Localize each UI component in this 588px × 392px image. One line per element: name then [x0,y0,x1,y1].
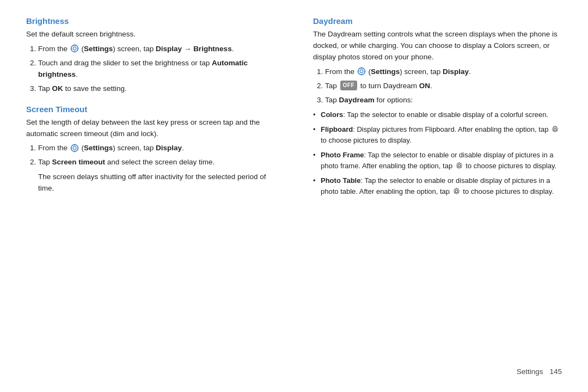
page-container: Brightness Set the default screen bright… [0,0,588,392]
brightness-step-2: Touch and drag the slider to set the bri… [38,58,275,81]
screen-timeout-steps: From the [26,143,275,168]
content-columns: Brightness Set the default screen bright… [26,16,562,362]
bullet-flipboard: Flipboard: Display pictures from Flipboa… [313,124,562,145]
display-label-1: Display [156,45,182,53]
display-label-3: Display [443,68,469,76]
daydream-steps: From the [313,66,562,106]
colors-text: : Tap the selector to enable or disable … [343,111,548,119]
gear-icon-2 [455,162,463,170]
settings-icon-3 [357,67,366,76]
bullet-photo-frame: Photo Frame: Tap the selector to enable … [313,150,562,171]
footer-page-number: 145 [549,367,562,376]
svg-point-1 [73,47,76,51]
settings-label-2: Settings [84,144,113,152]
left-column: Brightness Set the default screen bright… [26,16,286,362]
screen-timeout-section: Screen Timeout Set the length of delay b… [26,105,275,195]
svg-point-13 [360,70,363,73]
daydream-step-1: From the [325,66,562,78]
gear-icon-3 [452,187,461,195]
screen-timeout-label: Screen timeout [52,158,106,166]
daydream-options-label: Daydream [339,96,375,104]
on-label: ON [419,82,430,90]
screen-timeout-title: Screen Timeout [26,105,275,114]
svg-point-7 [73,146,76,150]
gear-icon-1 [551,125,559,133]
auto-brightness-label: Automatic brightness [38,59,248,78]
brightness-step-1: From the [38,44,275,55]
brightness-title: Brightness [26,16,275,26]
flipboard-text-2: to choose pictures to display. [321,136,412,144]
brightness-section: Brightness Set the default screen bright… [26,16,275,95]
page-footer: Settings 145 [26,362,562,376]
screen-timeout-step-2: Tap Screen timeout and select the screen… [38,157,275,168]
settings-icon-2 [70,144,79,152]
svg-point-19 [458,164,461,167]
daydream-bullets: Colors: Tap the selector to enable or di… [313,109,562,197]
off-badge: OFF [340,81,358,90]
daydream-intro: The Daydream setting controls what the s… [313,29,562,63]
screen-timeout-body: Set the length of delay between the last… [26,117,275,195]
daydream-step-3: Tap Daydream for options: [325,95,562,106]
daydream-title: Daydream [313,16,562,26]
svg-point-20 [455,190,458,193]
ok-label: OK [52,84,63,93]
flipboard-term: Flipboard [321,125,353,133]
daydream-body: The Daydream setting controls what the s… [313,29,562,197]
svg-point-0 [71,45,78,52]
screen-timeout-note: The screen delays shutting off after ina… [38,171,275,194]
daydream-section: Daydream The Daydream setting controls w… [313,16,562,197]
photo-frame-term: Photo Frame [321,151,364,159]
settings-icon-1 [70,44,79,53]
photo-frame-text-2: to choose pictures to display. [465,162,556,170]
bullet-photo-table: Photo Table: Tap the selector to enable … [313,175,562,197]
brightness-step-3: Tap OK to save the setting. [38,83,275,95]
colors-term: Colors [321,111,343,119]
display-label-2: Display [156,144,182,152]
svg-point-6 [71,144,78,151]
svg-point-18 [554,128,556,131]
bullet-colors: Colors: Tap the selector to enable or di… [313,109,562,120]
brightness-intro: Set the default screen brightness. [26,29,275,40]
brightness-body: Set the default screen brightness. From … [26,29,275,95]
brightness-label: Brightness [193,45,232,53]
daydream-step-2: Tap OFF to turn Daydream ON. [325,81,562,92]
svg-point-12 [358,68,365,75]
screen-timeout-intro: Set the length of delay between the last… [26,117,275,140]
photo-table-term: Photo Table [321,176,360,185]
settings-label-3: Settings [371,68,400,76]
footer-settings-label: Settings [517,367,543,376]
flipboard-text: : Display pictures from Flipboard. After… [353,125,550,133]
settings-label-1: Settings [84,45,113,53]
right-column: Daydream The Daydream setting controls w… [308,16,562,362]
screen-timeout-step-1: From the [38,143,275,154]
photo-table-text-2: to choose pictures to display. [463,187,554,195]
brightness-steps: From the [26,44,275,95]
